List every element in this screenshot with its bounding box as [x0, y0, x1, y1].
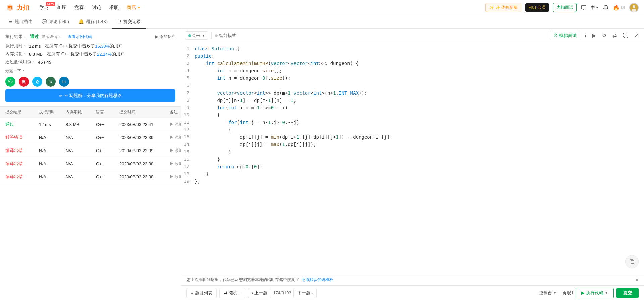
problem-list-btn[interactable]: ≡ 题目列表 — [186, 288, 217, 298]
svg-point-4 — [9, 81, 10, 82]
random-btn[interactable]: ⇄ 随机... — [219, 288, 246, 298]
row-result-3[interactable]: 编译出错 — [5, 147, 39, 154]
plus-btn[interactable]: Plus 会员 — [525, 3, 549, 12]
line-num-7: 7 — [181, 89, 195, 97]
screen-icon-btn[interactable] — [581, 5, 587, 11]
undo-icon-btn[interactable]: ↺ — [601, 31, 608, 40]
row-time-2: N/A — [39, 135, 66, 140]
copy-btn[interactable] — [625, 255, 639, 268]
tab-comments-label: 评论 (545) — [49, 19, 69, 25]
exec-time-value: 12 ms — [29, 44, 41, 49]
exec-time-row: 执行用时： 12 ms ，在所有 C++ 提交中击败了 15.38% 的用户 — [5, 43, 175, 49]
fire-icon-btn[interactable]: 🔥 0 — [613, 4, 625, 11]
douban-icon[interactable]: 豆 — [46, 77, 56, 87]
row-result-2[interactable]: 解答错误 — [5, 134, 39, 140]
nav-jobs[interactable]: 求职 — [109, 3, 119, 12]
memory-users: 的用户 — [112, 51, 125, 57]
tab-comments[interactable]: 💬 评论 (545) — [37, 15, 74, 29]
result-code-link[interactable]: 查看示例代码 — [68, 34, 92, 40]
svg-rect-0 — [581, 6, 586, 9]
experience-label: ✨ 体验新版 — [495, 5, 518, 10]
row-result-1[interactable]: 通过 — [5, 121, 39, 127]
play-icon-btn[interactable]: ▶ — [591, 31, 597, 40]
row-note-2[interactable]: ▶ 添加备注 — [170, 135, 181, 140]
redo-icon-btn[interactable]: ⇄ — [611, 31, 618, 40]
left-panel: 执行结果： 通过 显示详情 › 查看示例代码 ▶ 添加备注 执行用时： 12 m… — [0, 29, 181, 300]
shop-dropdown-icon: ▼ — [137, 6, 141, 9]
mock-interview-label: 模拟面试 — [559, 33, 577, 39]
line-content-11: for(int j = n-1;j>=0;--j) — [195, 119, 644, 126]
close-notification-btn[interactable]: ✕ — [635, 278, 639, 282]
row-note-1[interactable]: ▶ 添加备注 — [170, 122, 181, 127]
submit-btn[interactable]: 提交 — [616, 288, 639, 298]
linkedin-icon[interactable]: in — [59, 77, 69, 87]
code-line-2: 2 public: — [181, 52, 644, 60]
prev-problem-btn[interactable]: ‹ 上一题 — [248, 288, 271, 298]
top-nav: 力扣 学习 NEW 题库 竞赛 讨论 求职 商店 ▼ ✨ ✨ 体验新版 Plus… — [0, 0, 644, 15]
lang-selector[interactable]: 中 ▼ — [591, 5, 599, 11]
exec-result-label: 执行结果： — [5, 34, 27, 40]
row-submit-time-1: 2023/08/03 23:41 — [119, 122, 170, 127]
line-content-12: { — [195, 126, 644, 133]
row-submit-time-5: 2023/08/03 23:38 — [119, 174, 170, 179]
qq-icon[interactable]: Q — [32, 77, 42, 87]
row-note-4[interactable]: ▶ 添加备注 — [170, 161, 181, 167]
experience-btn[interactable]: ✨ ✨ 体验新版 — [485, 3, 521, 12]
social-icons: 微 Q 豆 in — [5, 77, 175, 87]
row-note-3[interactable]: ▶ 添加备注 — [170, 148, 181, 154]
table-row: 编译出错 N/A N/A C++ 2023/08/03 23:38 ▶ 添加备注 — [0, 157, 181, 170]
run-icon: ▶ — [581, 290, 585, 295]
avatar-img — [630, 4, 638, 12]
notification-btn[interactable] — [603, 5, 609, 11]
table-row: 编译出错 N/A N/A C++ 2023/08/03 23:38 ▶ 添加备注 — [0, 170, 181, 183]
row-result-4[interactable]: 编译出错 — [5, 161, 39, 167]
page-number: 174/3193 — [273, 290, 291, 295]
line-num-3: 3 — [181, 60, 195, 67]
nav-problems[interactable]: 题库 — [56, 3, 67, 12]
next-problem-btn[interactable]: 下一题 › — [293, 288, 317, 298]
sparkle-icon: ✨ — [489, 5, 494, 10]
table-row: 编译出错 N/A N/A C++ 2023/08/03 23:39 ▶ 添加备注 — [0, 144, 181, 157]
user-avatar[interactable] — [629, 3, 639, 12]
code-editor[interactable]: 1 class Solution { 2 public: 3 int calcu… — [181, 42, 644, 274]
code-toolbar: C++ ▼ 智能模式 ⏱ 模拟面试 i ▶ ↺ — [181, 29, 644, 42]
mock-interview-btn[interactable]: ⏱ 模拟面试 — [550, 31, 580, 40]
copy-icon — [629, 259, 635, 265]
line-num-18: 18 — [181, 170, 195, 178]
tab-solutions[interactable]: 🔔 题解 (1.4K) — [74, 15, 112, 29]
line-num-1: 1 — [181, 45, 195, 52]
nav-shop[interactable]: 商店 ▼ — [126, 3, 141, 12]
col-note: 备注 — [170, 109, 181, 115]
line-content-17: return dp[0][0]; — [195, 163, 644, 170]
restore-link[interactable]: 还原默认代码模板 — [301, 277, 333, 283]
write-solution-btn[interactable]: ✏ ✏ 写题解，分享我的解题思路 — [5, 89, 175, 102]
fullscreen-icon-btn[interactable]: ⤢ — [633, 31, 640, 40]
line-num-15: 15 — [181, 148, 195, 156]
nav-learn[interactable]: 学习 NEW — [39, 3, 50, 12]
logo[interactable]: 力扣 — [5, 3, 29, 12]
console-btn[interactable]: 控制台 ▼ — [539, 290, 557, 296]
test-cases-value: 45 / 45 — [38, 60, 51, 65]
nav-discuss[interactable]: 讨论 — [91, 3, 102, 12]
row-result-5[interactable]: 编译出错 — [5, 174, 39, 180]
share-label: 炫耀一下： — [5, 68, 175, 74]
add-note-top-btn[interactable]: ▶ 添加备注 — [155, 34, 175, 40]
line-content-19: }; — [195, 178, 644, 185]
result-details-link[interactable]: 显示详情 › — [41, 34, 60, 40]
lang-select[interactable]: C++ ▼ — [185, 31, 208, 40]
tab-description[interactable]: ☰ 题目描述 — [4, 15, 37, 29]
tab-submissions[interactable]: ⏱ 提交记录 — [112, 15, 146, 29]
nav-contest[interactable]: 竞赛 — [74, 3, 85, 12]
info-icon-btn[interactable]: i — [584, 31, 587, 40]
settings-icon-btn[interactable]: ⛶ — [622, 31, 630, 40]
weibo-icon[interactable]: 微 — [19, 77, 29, 87]
line-content-7: vector<vector<int>> dp(m+1,vector<int>(n… — [195, 89, 644, 97]
contribute-btn[interactable]: 贡献 i — [562, 290, 573, 296]
svg-point-5 — [11, 81, 11, 82]
run-code-label: 执行代码 — [586, 290, 603, 296]
table-row: 通过 12 ms 8.8 MB C++ 2023/08/03 23:41 ▶ 添… — [0, 118, 181, 131]
interview-btn[interactable]: 力扣面试 — [553, 3, 577, 12]
wechat-icon[interactable] — [5, 77, 15, 87]
run-code-btn[interactable]: ▶ 执行代码 ▼ — [576, 288, 614, 298]
row-note-5[interactable]: ▶ 添加备注 — [170, 174, 181, 180]
